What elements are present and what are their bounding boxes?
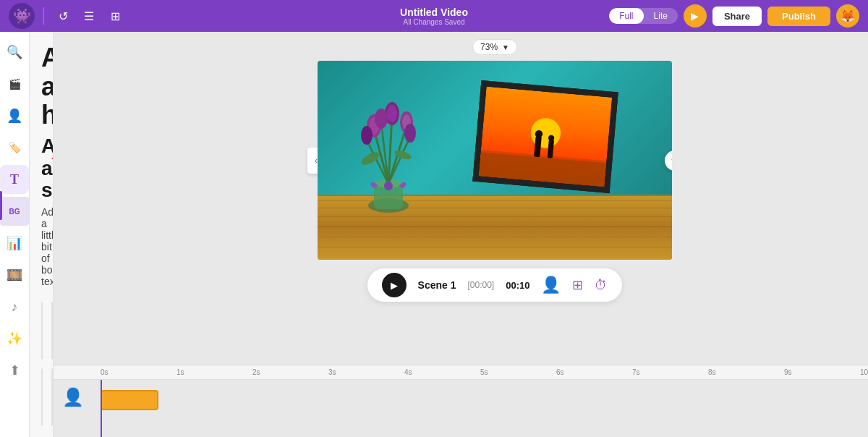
- share-button[interactable]: Share: [712, 7, 762, 26]
- publish-button[interactable]: Publish: [767, 7, 830, 26]
- template-homecoming[interactable]: The Home Coming #TRUESTORY: [41, 302, 43, 360]
- undo-button[interactable]: ↺: [53, 6, 73, 26]
- sidebar-item-text[interactable]: T: [0, 165, 29, 194]
- sidebar-item-sticker[interactable]: 🏷️: [0, 133, 29, 162]
- layout-button[interactable]: ⊞: [105, 6, 125, 26]
- scene-controls: ▶ Scene 1 [00:00] 00:10 👤 ⊞ ⏱: [367, 268, 623, 302]
- ruler-tick-10s: 10s: [860, 368, 868, 376]
- ruler-tick-7s: 7s: [632, 368, 708, 376]
- template-think[interactable]: THINK/DIFFERENT: [41, 368, 43, 426]
- timeline-area: 0s 1s 2s 3s 4s 5s 6s 7s 8s 9s 10s 👤: [54, 365, 868, 437]
- sidebar-item-person[interactable]: 👤: [0, 101, 29, 130]
- scene-name-label: Scene 1: [418, 279, 456, 291]
- svg-point-21: [384, 182, 393, 190]
- svg-line-8: [388, 137, 410, 184]
- ruler-tick-5s: 5s: [480, 368, 556, 376]
- ruler-tick-2s: 2s: [252, 368, 328, 376]
- full-lite-toggle[interactable]: Full Lite: [609, 8, 678, 24]
- scene-time-start: [00:00]: [467, 280, 494, 290]
- animaker-title: ANIMAKER: [51, 387, 53, 398]
- photo-frame: [472, 80, 618, 193]
- ruler-tick-3s: 3s: [328, 368, 404, 376]
- history-button[interactable]: ☰: [79, 6, 99, 26]
- sidebar-item-effects[interactable]: ✨: [0, 324, 29, 353]
- main-layout: 🔍 🎬 👤 🏷️ T BG 📊 🎞️ ♪ ✨ ⬆ Add a heading A…: [0, 32, 868, 437]
- timeline-clip[interactable]: [101, 390, 158, 410]
- left-sidebar: 🔍 🎬 👤 🏷️ T BG 📊 🎞️ ♪ ✨ ⬆: [0, 32, 30, 437]
- canvas-preview: +: [318, 61, 672, 260]
- canvas-area: 73% ▼ ‹: [54, 32, 868, 365]
- ruler-tick-6s: 6s: [556, 368, 632, 376]
- animaker-sub: TIMES: [51, 399, 53, 408]
- grid-icon[interactable]: ⊞: [572, 277, 583, 293]
- save-status: All Changes Saved: [400, 18, 468, 26]
- zoom-control[interactable]: 73% ▼: [472, 39, 517, 55]
- sidebar-item-video[interactable]: 🎬: [0, 69, 29, 98]
- video-title: Untitled Video: [400, 7, 468, 18]
- topbar-divider: [43, 7, 44, 25]
- svg-point-18: [361, 126, 373, 145]
- canvas-add-button[interactable]: +: [665, 150, 672, 171]
- canvas-background: +: [318, 61, 672, 260]
- homecoming-title: The Home Coming: [41, 314, 43, 337]
- app-logo[interactable]: 👾: [9, 3, 35, 29]
- text-panel: Add a heading Add a subheading Add a lit…: [30, 32, 54, 437]
- topbar: 👾 ↺ ☰ ⊞ Untitled Video All Changes Saved…: [0, 0, 868, 32]
- think-text: THINK/DIFFERENT: [41, 393, 43, 402]
- alive-text: ALIVE: [51, 321, 53, 340]
- ruler-tick-8s: 8s: [708, 368, 784, 376]
- topbar-right: Full Lite ▶ Share Publish 🦊: [609, 4, 859, 27]
- sidebar-item-chart[interactable]: 📊: [0, 229, 29, 258]
- svg-point-20: [375, 109, 388, 129]
- active-indicator: [0, 191, 2, 220]
- sidebar-item-video2[interactable]: 🎞️: [0, 260, 29, 289]
- timeline-user-avatar: 👤: [62, 387, 84, 407]
- sidebar-item-music[interactable]: ♪: [0, 292, 29, 321]
- scene-time-duration: 00:10: [506, 280, 529, 291]
- center-column: 73% ▼ ‹: [54, 32, 868, 437]
- canvas-wrapper: ‹: [318, 61, 672, 260]
- topbar-center: Untitled Video All Changes Saved: [400, 7, 468, 26]
- sidebar-item-bg[interactable]: BG: [0, 197, 29, 226]
- ruler-tick-1s: 1s: [176, 368, 252, 376]
- tulip-image: [338, 72, 439, 216]
- zoom-dropdown-icon[interactable]: ▼: [502, 43, 509, 51]
- timer-icon[interactable]: ⏱: [595, 278, 608, 293]
- timeline-track: 👤: [54, 380, 868, 437]
- ruler-tick-4s: 4s: [404, 368, 480, 376]
- avatar-icon[interactable]: 👤: [541, 276, 561, 294]
- sidebar-item-search[interactable]: 🔍: [0, 38, 29, 67]
- ruler-tick-0s: 0s: [101, 368, 176, 376]
- zoom-value: 73%: [480, 42, 498, 52]
- preview-play-button[interactable]: ▶: [684, 4, 707, 27]
- homecoming-sub: #TRUESTORY: [41, 339, 43, 347]
- user-avatar[interactable]: 🦊: [836, 4, 859, 27]
- full-mode-button[interactable]: Full: [609, 8, 643, 24]
- timeline-ruler: 0s 1s 2s 3s 4s 5s 6s 7s 8s 9s 10s: [54, 365, 868, 380]
- svg-point-15: [387, 105, 397, 122]
- lite-mode-button[interactable]: Lite: [644, 8, 678, 24]
- template-alive[interactable]: ALIVE: [51, 302, 53, 360]
- ruler-tick-9s: 9s: [784, 368, 860, 376]
- timeline-playhead[interactable]: [101, 380, 102, 437]
- svg-point-19: [404, 124, 416, 143]
- scene-play-button[interactable]: ▶: [382, 273, 407, 297]
- template-animaker[interactable]: ANIMAKER TIMES: [51, 368, 53, 426]
- sidebar-item-upload[interactable]: ⬆: [0, 356, 29, 385]
